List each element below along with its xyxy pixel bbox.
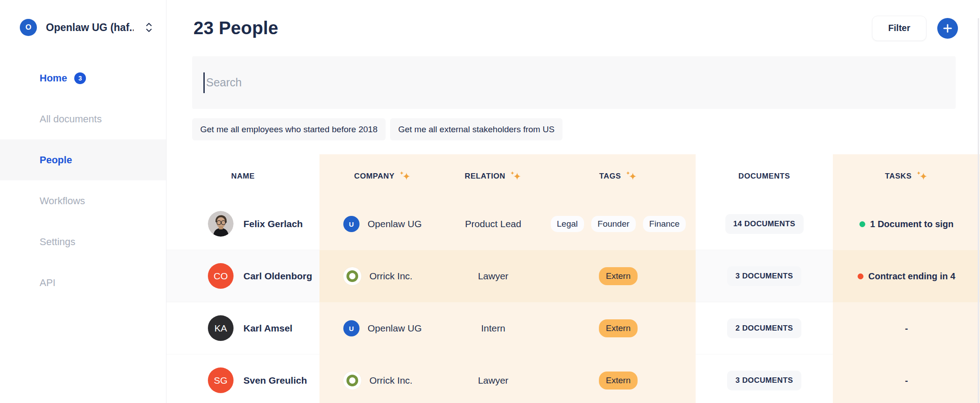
task-empty: - bbox=[905, 323, 908, 334]
header-actions: Filter bbox=[872, 16, 958, 41]
tags-cell: Extern bbox=[541, 302, 696, 354]
column-header-name[interactable]: NAME bbox=[166, 154, 319, 198]
relation-cell: Lawyer bbox=[445, 354, 541, 403]
company-name: Orrick Inc. bbox=[369, 271, 413, 282]
sidebar-item-settings[interactable]: Settings bbox=[0, 221, 166, 262]
tag-pill[interactable]: Finance bbox=[643, 216, 686, 232]
suggestion-chip[interactable]: Get me all employees who started before … bbox=[192, 118, 386, 140]
text-caret bbox=[203, 72, 205, 93]
sidebar-item-label: Settings bbox=[40, 236, 76, 248]
page-title: 23 People bbox=[193, 18, 279, 38]
main-content: 23 People Filter Search Get me all emplo… bbox=[166, 0, 980, 403]
sparkles-icon bbox=[625, 170, 637, 182]
person-name: Karl Amsel bbox=[243, 323, 292, 334]
openlaw-logo-icon: U bbox=[343, 216, 360, 232]
relation-cell: Intern bbox=[445, 302, 541, 354]
status-dot-red bbox=[858, 273, 863, 279]
add-person-button[interactable] bbox=[937, 18, 958, 39]
person-name: Carl Oldenborg bbox=[243, 271, 312, 282]
suggestion-chip[interactable]: Get me all external stakeholders from US bbox=[390, 118, 562, 140]
page-header: 23 People Filter bbox=[193, 14, 958, 42]
sidebar-item-workflows[interactable]: Workflows bbox=[0, 180, 166, 221]
sparkles-icon bbox=[399, 170, 411, 182]
company-cell: Orrick Inc. bbox=[319, 250, 445, 302]
documents-count-pill[interactable]: 3 DOCUMENTS bbox=[727, 371, 801, 390]
org-switcher[interactable]: O Openlaw UG (haf... bbox=[20, 19, 153, 36]
sidebar-item-people[interactable]: People bbox=[0, 139, 166, 180]
name-cell: KA Karl Amsel bbox=[166, 302, 319, 354]
filter-button[interactable]: Filter bbox=[872, 16, 926, 41]
column-header-company[interactable]: COMPANY bbox=[319, 154, 445, 198]
company-cell: U Openlaw UG bbox=[319, 302, 445, 354]
column-header-documents[interactable]: DOCUMENTS bbox=[696, 154, 833, 198]
documents-count-pill[interactable]: 2 DOCUMENTS bbox=[727, 318, 801, 338]
column-header-tags[interactable]: TAGS bbox=[541, 154, 696, 198]
sidebar-item-label: API bbox=[40, 277, 55, 289]
status-dot-green bbox=[859, 221, 865, 227]
people-table: NAME COMPANY RELATION bbox=[166, 154, 980, 403]
tasks-cell: Contract ending in 4 bbox=[833, 250, 980, 302]
sparkles-icon bbox=[509, 170, 521, 182]
search-placeholder: Search bbox=[206, 76, 242, 89]
home-notification-badge: 3 bbox=[74, 72, 86, 84]
openlaw-logo-icon: U bbox=[343, 320, 360, 336]
name-cell: SG Sven Greulich bbox=[166, 354, 319, 403]
tag-pill[interactable]: Founder bbox=[591, 216, 636, 232]
chevron-up-down-icon bbox=[145, 22, 153, 33]
tasks-cell: - bbox=[833, 302, 980, 354]
tags-cell: Legal Founder Finance bbox=[541, 198, 696, 250]
plus-icon bbox=[943, 23, 953, 33]
relation-cell: Lawyer bbox=[445, 250, 541, 302]
sidebar-item-all-documents[interactable]: All documents bbox=[0, 99, 166, 139]
table-row[interactable]: KA Karl Amsel U Openlaw UG Intern Extern… bbox=[166, 302, 980, 354]
search-input[interactable]: Search bbox=[192, 56, 956, 109]
company-name: Openlaw UG bbox=[368, 323, 422, 334]
tasks-cell: 1 Document to sign bbox=[833, 198, 980, 250]
documents-cell: 2 DOCUMENTS bbox=[696, 302, 833, 354]
task-empty: - bbox=[905, 376, 908, 386]
relation-cell: Product Lead bbox=[445, 198, 541, 250]
orrick-logo-icon bbox=[343, 372, 361, 390]
tag-pill[interactable]: Extern bbox=[599, 319, 638, 337]
table-row[interactable]: Felix Gerlach U Openlaw UG Product Lead … bbox=[166, 198, 980, 250]
search-suggestions: Get me all employees who started before … bbox=[192, 118, 956, 140]
sidebar-item-home[interactable]: Home 3 bbox=[0, 58, 166, 99]
sparkles-icon bbox=[916, 170, 928, 182]
company-name: Openlaw UG bbox=[368, 219, 422, 229]
sidebar: O Openlaw UG (haf... Home 3 All document… bbox=[0, 0, 166, 403]
tag-pill[interactable]: Extern bbox=[599, 267, 638, 285]
column-header-tasks[interactable]: TASKS bbox=[833, 154, 980, 198]
avatar: SG bbox=[208, 367, 234, 393]
avatar: KA bbox=[208, 315, 234, 341]
name-cell: CO Carl Oldenborg bbox=[166, 250, 319, 302]
sidebar-nav: Home 3 All documents People Workflows Se… bbox=[0, 58, 166, 303]
documents-cell: 3 DOCUMENTS bbox=[696, 354, 833, 403]
avatar: CO bbox=[208, 263, 234, 289]
documents-cell: 3 DOCUMENTS bbox=[696, 250, 833, 302]
org-avatar: O bbox=[20, 19, 37, 36]
sidebar-item-label: Home bbox=[40, 72, 67, 84]
column-header-relation[interactable]: RELATION bbox=[445, 154, 541, 198]
documents-count-pill[interactable]: 14 DOCUMENTS bbox=[725, 214, 804, 234]
sidebar-item-label: All documents bbox=[40, 113, 102, 125]
company-cell: Orrick Inc. bbox=[319, 354, 445, 403]
tag-pill[interactable]: Legal bbox=[551, 216, 584, 232]
org-name: Openlaw UG (haf... bbox=[46, 22, 134, 34]
company-name: Orrick Inc. bbox=[369, 375, 413, 386]
tag-pill[interactable]: Extern bbox=[599, 372, 638, 390]
company-cell: U Openlaw UG bbox=[319, 198, 445, 250]
sidebar-item-api[interactable]: API bbox=[0, 262, 166, 303]
table-row[interactable]: SG Sven Greulich Orrick Inc. Lawyer Exte… bbox=[166, 354, 980, 403]
table-header-row: NAME COMPANY RELATION bbox=[166, 154, 980, 198]
person-name: Sven Greulich bbox=[243, 375, 307, 386]
table-row[interactable]: CO Carl Oldenborg Orrick Inc. Lawyer Ext… bbox=[166, 250, 980, 302]
name-cell: Felix Gerlach bbox=[166, 198, 319, 250]
sidebar-item-label: Workflows bbox=[40, 195, 85, 207]
orrick-logo-icon bbox=[343, 267, 361, 285]
task-label: 1 Document to sign bbox=[870, 219, 954, 229]
task-label: Contract ending in 4 bbox=[868, 271, 955, 282]
org-avatar-initial: O bbox=[25, 23, 31, 32]
avatar bbox=[208, 211, 234, 237]
tasks-cell: - bbox=[833, 354, 980, 403]
documents-count-pill[interactable]: 3 DOCUMENTS bbox=[727, 266, 801, 286]
